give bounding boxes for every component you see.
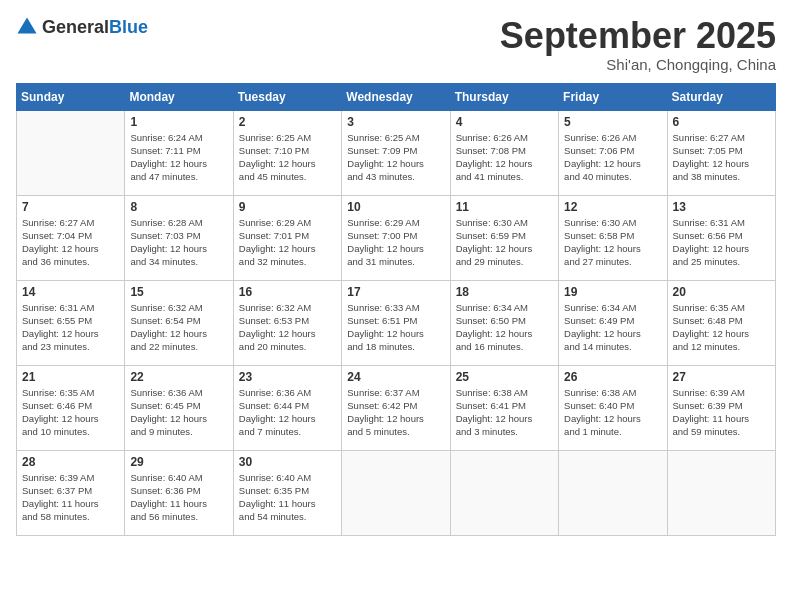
day-number: 7 [22, 200, 119, 214]
header-row: SundayMondayTuesdayWednesdayThursdayFrid… [17, 83, 776, 110]
day-number: 3 [347, 115, 444, 129]
day-number: 28 [22, 455, 119, 469]
day-cell: 29Sunrise: 6:40 AM Sunset: 6:36 PM Dayli… [125, 450, 233, 535]
day-cell: 30Sunrise: 6:40 AM Sunset: 6:35 PM Dayli… [233, 450, 341, 535]
day-cell: 24Sunrise: 6:37 AM Sunset: 6:42 PM Dayli… [342, 365, 450, 450]
day-cell: 28Sunrise: 6:39 AM Sunset: 6:37 PM Dayli… [17, 450, 125, 535]
calendar-body: 1Sunrise: 6:24 AM Sunset: 7:11 PM Daylig… [17, 110, 776, 535]
header-cell-tuesday: Tuesday [233, 83, 341, 110]
day-info: Sunrise: 6:36 AM Sunset: 6:45 PM Dayligh… [130, 386, 227, 439]
week-row-4: 28Sunrise: 6:39 AM Sunset: 6:37 PM Dayli… [17, 450, 776, 535]
calendar-header: SundayMondayTuesdayWednesdayThursdayFrid… [17, 83, 776, 110]
day-cell [667, 450, 775, 535]
day-cell: 13Sunrise: 6:31 AM Sunset: 6:56 PM Dayli… [667, 195, 775, 280]
day-number: 26 [564, 370, 661, 384]
day-cell: 3Sunrise: 6:25 AM Sunset: 7:09 PM Daylig… [342, 110, 450, 195]
day-cell: 16Sunrise: 6:32 AM Sunset: 6:53 PM Dayli… [233, 280, 341, 365]
day-cell: 9Sunrise: 6:29 AM Sunset: 7:01 PM Daylig… [233, 195, 341, 280]
day-info: Sunrise: 6:39 AM Sunset: 6:39 PM Dayligh… [673, 386, 770, 439]
header-cell-wednesday: Wednesday [342, 83, 450, 110]
day-number: 22 [130, 370, 227, 384]
day-cell: 17Sunrise: 6:33 AM Sunset: 6:51 PM Dayli… [342, 280, 450, 365]
day-number: 11 [456, 200, 553, 214]
day-info: Sunrise: 6:26 AM Sunset: 7:08 PM Dayligh… [456, 131, 553, 184]
day-number: 8 [130, 200, 227, 214]
day-cell: 27Sunrise: 6:39 AM Sunset: 6:39 PM Dayli… [667, 365, 775, 450]
day-cell: 25Sunrise: 6:38 AM Sunset: 6:41 PM Dayli… [450, 365, 558, 450]
day-cell: 21Sunrise: 6:35 AM Sunset: 6:46 PM Dayli… [17, 365, 125, 450]
day-number: 20 [673, 285, 770, 299]
day-number: 29 [130, 455, 227, 469]
week-row-3: 21Sunrise: 6:35 AM Sunset: 6:46 PM Dayli… [17, 365, 776, 450]
day-info: Sunrise: 6:34 AM Sunset: 6:49 PM Dayligh… [564, 301, 661, 354]
day-cell: 11Sunrise: 6:30 AM Sunset: 6:59 PM Dayli… [450, 195, 558, 280]
day-info: Sunrise: 6:40 AM Sunset: 6:35 PM Dayligh… [239, 471, 336, 524]
day-info: Sunrise: 6:34 AM Sunset: 6:50 PM Dayligh… [456, 301, 553, 354]
page-header: GeneralBlue September 2025 Shi'an, Chong… [16, 16, 776, 73]
day-info: Sunrise: 6:35 AM Sunset: 6:48 PM Dayligh… [673, 301, 770, 354]
day-cell: 15Sunrise: 6:32 AM Sunset: 6:54 PM Dayli… [125, 280, 233, 365]
day-info: Sunrise: 6:31 AM Sunset: 6:56 PM Dayligh… [673, 216, 770, 269]
title-block: September 2025 Shi'an, Chongqing, China [500, 16, 776, 73]
day-info: Sunrise: 6:30 AM Sunset: 6:58 PM Dayligh… [564, 216, 661, 269]
day-info: Sunrise: 6:27 AM Sunset: 7:04 PM Dayligh… [22, 216, 119, 269]
day-info: Sunrise: 6:38 AM Sunset: 6:41 PM Dayligh… [456, 386, 553, 439]
day-number: 17 [347, 285, 444, 299]
day-number: 13 [673, 200, 770, 214]
week-row-1: 7Sunrise: 6:27 AM Sunset: 7:04 PM Daylig… [17, 195, 776, 280]
day-number: 27 [673, 370, 770, 384]
day-cell: 1Sunrise: 6:24 AM Sunset: 7:11 PM Daylig… [125, 110, 233, 195]
day-info: Sunrise: 6:40 AM Sunset: 6:36 PM Dayligh… [130, 471, 227, 524]
day-cell: 6Sunrise: 6:27 AM Sunset: 7:05 PM Daylig… [667, 110, 775, 195]
day-cell: 20Sunrise: 6:35 AM Sunset: 6:48 PM Dayli… [667, 280, 775, 365]
day-info: Sunrise: 6:39 AM Sunset: 6:37 PM Dayligh… [22, 471, 119, 524]
header-cell-monday: Monday [125, 83, 233, 110]
day-info: Sunrise: 6:26 AM Sunset: 7:06 PM Dayligh… [564, 131, 661, 184]
day-number: 19 [564, 285, 661, 299]
week-row-0: 1Sunrise: 6:24 AM Sunset: 7:11 PM Daylig… [17, 110, 776, 195]
header-cell-thursday: Thursday [450, 83, 558, 110]
day-cell: 2Sunrise: 6:25 AM Sunset: 7:10 PM Daylig… [233, 110, 341, 195]
day-info: Sunrise: 6:29 AM Sunset: 7:00 PM Dayligh… [347, 216, 444, 269]
day-number: 5 [564, 115, 661, 129]
day-number: 10 [347, 200, 444, 214]
day-info: Sunrise: 6:37 AM Sunset: 6:42 PM Dayligh… [347, 386, 444, 439]
day-number: 23 [239, 370, 336, 384]
day-number: 18 [456, 285, 553, 299]
day-cell: 18Sunrise: 6:34 AM Sunset: 6:50 PM Dayli… [450, 280, 558, 365]
day-info: Sunrise: 6:29 AM Sunset: 7:01 PM Dayligh… [239, 216, 336, 269]
logo-icon [16, 16, 38, 38]
logo: GeneralBlue [16, 16, 148, 38]
day-number: 1 [130, 115, 227, 129]
day-cell: 23Sunrise: 6:36 AM Sunset: 6:44 PM Dayli… [233, 365, 341, 450]
day-info: Sunrise: 6:30 AM Sunset: 6:59 PM Dayligh… [456, 216, 553, 269]
day-info: Sunrise: 6:31 AM Sunset: 6:55 PM Dayligh… [22, 301, 119, 354]
day-cell [559, 450, 667, 535]
day-number: 14 [22, 285, 119, 299]
day-number: 25 [456, 370, 553, 384]
day-info: Sunrise: 6:25 AM Sunset: 7:10 PM Dayligh… [239, 131, 336, 184]
day-number: 16 [239, 285, 336, 299]
day-info: Sunrise: 6:28 AM Sunset: 7:03 PM Dayligh… [130, 216, 227, 269]
day-number: 12 [564, 200, 661, 214]
day-cell: 19Sunrise: 6:34 AM Sunset: 6:49 PM Dayli… [559, 280, 667, 365]
day-number: 15 [130, 285, 227, 299]
location-subtitle: Shi'an, Chongqing, China [500, 56, 776, 73]
day-cell: 8Sunrise: 6:28 AM Sunset: 7:03 PM Daylig… [125, 195, 233, 280]
header-cell-sunday: Sunday [17, 83, 125, 110]
day-info: Sunrise: 6:32 AM Sunset: 6:54 PM Dayligh… [130, 301, 227, 354]
day-cell: 7Sunrise: 6:27 AM Sunset: 7:04 PM Daylig… [17, 195, 125, 280]
header-cell-friday: Friday [559, 83, 667, 110]
day-info: Sunrise: 6:25 AM Sunset: 7:09 PM Dayligh… [347, 131, 444, 184]
day-number: 21 [22, 370, 119, 384]
svg-marker-0 [17, 17, 36, 33]
day-info: Sunrise: 6:24 AM Sunset: 7:11 PM Dayligh… [130, 131, 227, 184]
day-cell: 10Sunrise: 6:29 AM Sunset: 7:00 PM Dayli… [342, 195, 450, 280]
day-cell: 5Sunrise: 6:26 AM Sunset: 7:06 PM Daylig… [559, 110, 667, 195]
day-info: Sunrise: 6:38 AM Sunset: 6:40 PM Dayligh… [564, 386, 661, 439]
day-info: Sunrise: 6:27 AM Sunset: 7:05 PM Dayligh… [673, 131, 770, 184]
day-info: Sunrise: 6:33 AM Sunset: 6:51 PM Dayligh… [347, 301, 444, 354]
day-number: 6 [673, 115, 770, 129]
day-info: Sunrise: 6:35 AM Sunset: 6:46 PM Dayligh… [22, 386, 119, 439]
month-title: September 2025 [500, 16, 776, 56]
